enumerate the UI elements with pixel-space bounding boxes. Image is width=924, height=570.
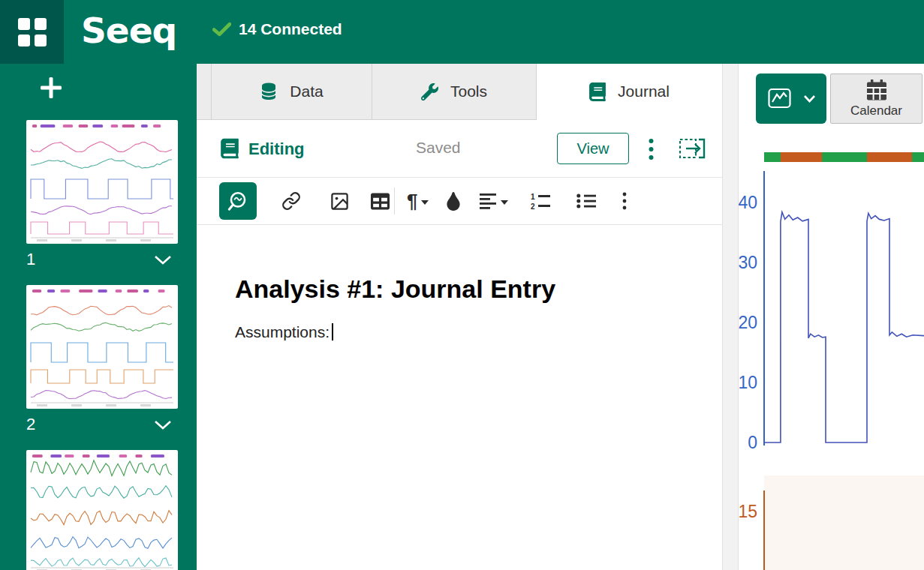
grid-icon [18, 18, 47, 46]
toolbar-divider [394, 188, 395, 214]
worksheet-thumbnail-chart [26, 120, 178, 244]
tab-label: Journal [618, 82, 670, 100]
ordered-list-button[interactable]: 1 2 [531, 184, 551, 218]
insert-link-button[interactable] [275, 184, 308, 218]
worksheet-thumbnail-chart [26, 285, 178, 409]
calendar-icon [865, 80, 888, 101]
paragraph-icon: ¶ [407, 190, 417, 213]
main-panel: Data Tools Journal Editing [197, 64, 722, 570]
align-left-icon [480, 193, 497, 209]
calendar-label: Calendar [850, 104, 902, 118]
insert-seeq-content-button[interactable] [219, 182, 257, 220]
seeq-mark-icon [226, 189, 250, 213]
worksheet-thumbnail-1[interactable] [26, 120, 178, 244]
trend-chart[interactable]: 403020100 [739, 135, 924, 469]
book-icon [589, 82, 606, 101]
second-lane-chart[interactable]: 15 [739, 474, 924, 570]
caret-down-icon [421, 200, 429, 205]
worksheet-thumbnail-chart [26, 450, 178, 570]
svg-text:0: 0 [748, 433, 757, 452]
tab-label: Tools [450, 82, 487, 100]
top-bar: Seeq 14 Connected [0, 0, 924, 64]
panel-tabs: Data Tools Journal [197, 64, 722, 120]
worksheet-thumbnail-2[interactable] [26, 285, 178, 409]
svg-text:10: 10 [739, 373, 757, 392]
kebab-icon [649, 138, 654, 160]
worksheet-sidebar: 1 2 [0, 64, 197, 570]
database-icon [260, 82, 278, 101]
journal-menu-button[interactable] [643, 136, 659, 162]
paragraph-format-dropdown[interactable]: ¶ [407, 184, 429, 218]
trend-panel: Calendar 403020100 15 [739, 64, 924, 570]
undock-journal-button[interactable] [679, 136, 706, 164]
kebab-icon [622, 192, 627, 210]
calendar-button[interactable]: Calendar [830, 74, 922, 124]
mode-label: Editing [248, 139, 305, 158]
open-in-window-icon [679, 136, 706, 160]
image-icon [330, 191, 350, 212]
ordered-list-icon: 1 2 [531, 193, 551, 210]
tab-tools[interactable]: Tools [372, 64, 537, 120]
tab-journal[interactable]: Journal [537, 64, 722, 120]
saved-status: Saved [416, 139, 461, 157]
insert-image-button[interactable] [323, 184, 356, 218]
connection-status[interactable]: 14 Connected [212, 20, 342, 38]
bullet-list-icon [576, 193, 597, 209]
tab-data[interactable]: Data [212, 64, 372, 120]
svg-text:20: 20 [739, 313, 757, 332]
tab-spacer [197, 64, 212, 120]
journal-status-bar: Editing Saved View [197, 120, 722, 177]
app-switcher-button[interactable] [0, 0, 64, 64]
add-worksheet-button[interactable] [38, 74, 65, 101]
panel-scrollbar[interactable] [722, 64, 739, 570]
journal-heading: Analysis #1: Journal Entry [235, 274, 692, 304]
text-cursor [332, 323, 333, 340]
chevron-down-icon [804, 95, 815, 103]
worksheet-number: 1 [26, 250, 35, 269]
droplet-icon [447, 192, 460, 211]
worksheet-thumbnail-3[interactable] [26, 450, 178, 570]
worksheet-number: 2 [26, 415, 35, 434]
journal-editor[interactable]: Analysis #1: Journal Entry Assumptions: [197, 225, 722, 341]
chevron-down-icon[interactable] [154, 420, 172, 430]
journal-toolbar: ¶ 1 2 [197, 177, 722, 225]
chevron-down-icon[interactable] [154, 255, 172, 265]
align-dropdown[interactable] [480, 184, 508, 218]
link-icon [281, 191, 301, 211]
svg-text:1: 1 [531, 193, 535, 201]
worksheet-label-row-2: 2 [26, 412, 178, 436]
editing-mode-label: Editing [221, 139, 305, 159]
line-chart-icon [768, 88, 798, 110]
svg-text:15: 15 [739, 502, 757, 521]
toolbar-more-button[interactable] [622, 184, 627, 218]
journal-paragraph: Assumptions: [235, 323, 692, 341]
text-color-button[interactable] [447, 184, 460, 218]
view-button[interactable]: View [557, 133, 629, 164]
plus-icon [40, 76, 62, 99]
table-icon [371, 192, 390, 211]
caret-down-icon [501, 200, 508, 205]
tab-label: Data [290, 82, 323, 100]
worksheet-label-row-1: 1 [26, 248, 178, 272]
svg-text:30: 30 [739, 253, 757, 272]
seeq-app-window: Seeq 14 Connected 1 2 [0, 0, 924, 570]
seeq-logo[interactable]: Seeq [81, 10, 176, 51]
check-icon [212, 22, 231, 37]
svg-text:2: 2 [531, 202, 535, 210]
insert-table-button[interactable] [371, 184, 390, 218]
wrench-icon [421, 83, 438, 100]
chart-type-dropdown[interactable] [756, 74, 826, 124]
bullet-list-button[interactable] [576, 184, 597, 218]
svg-text:40: 40 [739, 193, 757, 212]
book-icon [221, 139, 239, 159]
connection-status-label: 14 Connected [239, 20, 342, 38]
